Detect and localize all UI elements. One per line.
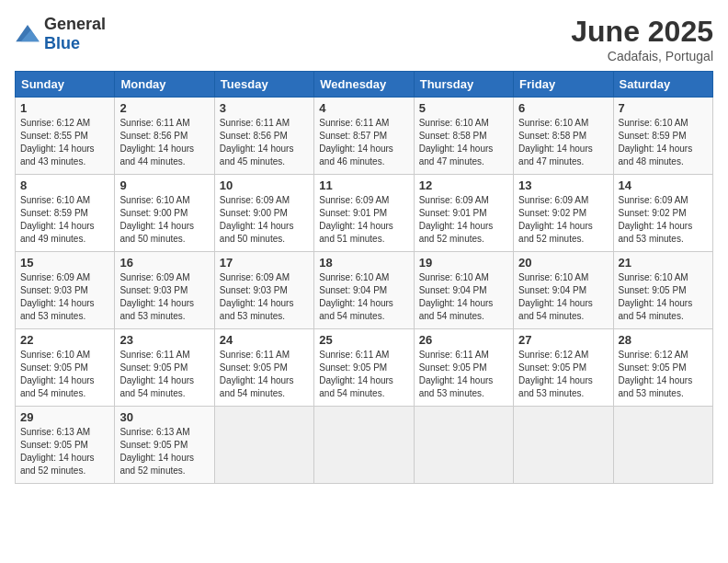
calendar-cell: 2 Sunrise: 6:11 AM Sunset: 8:56 PM Dayli… — [115, 98, 214, 175]
calendar-cell: 27 Sunrise: 6:12 AM Sunset: 9:05 PM Dayl… — [514, 329, 613, 407]
day-number: 18 — [319, 256, 408, 270]
day-info: Sunrise: 6:11 AM Sunset: 8:56 PM Dayligh… — [119, 117, 209, 168]
month-title: June 2025 — [571, 15, 713, 49]
page-header: General Blue June 2025 Cadafais, Portuga… — [15, 15, 713, 63]
day-info: Sunrise: 6:12 AM Sunset: 8:55 PM Dayligh… — [20, 117, 109, 168]
calendar-cell: 6 Sunrise: 6:10 AM Sunset: 8:58 PM Dayli… — [514, 98, 613, 175]
day-number: 22 — [20, 333, 109, 347]
calendar-cell: 30 Sunrise: 6:13 AM Sunset: 9:05 PM Dayl… — [115, 407, 214, 484]
day-number: 30 — [119, 410, 209, 424]
calendar-cell: 8 Sunrise: 6:10 AM Sunset: 8:59 PM Dayli… — [16, 175, 115, 252]
day-number: 11 — [319, 178, 408, 192]
day-info: Sunrise: 6:13 AM Sunset: 9:05 PM Dayligh… — [20, 426, 109, 477]
calendar-cell: 26 Sunrise: 6:11 AM Sunset: 9:05 PM Dayl… — [414, 329, 513, 407]
calendar-cell: 14 Sunrise: 6:09 AM Sunset: 9:02 PM Dayl… — [613, 175, 712, 252]
calendar-cell: 1 Sunrise: 6:12 AM Sunset: 8:55 PM Dayli… — [16, 98, 115, 175]
calendar-cell: 29 Sunrise: 6:13 AM Sunset: 9:05 PM Dayl… — [16, 407, 115, 484]
day-number: 28 — [619, 333, 708, 347]
calendar-week-row: 22 Sunrise: 6:10 AM Sunset: 9:05 PM Dayl… — [16, 329, 713, 407]
day-info: Sunrise: 6:10 AM Sunset: 8:59 PM Dayligh… — [20, 194, 109, 246]
calendar-cell: 3 Sunrise: 6:11 AM Sunset: 8:56 PM Dayli… — [214, 98, 313, 175]
day-number: 13 — [518, 178, 608, 192]
day-number: 16 — [119, 256, 209, 270]
weekday-header-thursday: Thursday — [414, 72, 513, 98]
calendar-cell: 10 Sunrise: 6:09 AM Sunset: 9:00 PM Dayl… — [214, 175, 313, 252]
day-info: Sunrise: 6:10 AM Sunset: 9:04 PM Dayligh… — [319, 271, 408, 323]
day-info: Sunrise: 6:09 AM Sunset: 9:03 PM Dayligh… — [20, 271, 109, 323]
title-area: June 2025 Cadafais, Portugal — [571, 15, 713, 63]
day-number: 24 — [220, 333, 309, 347]
calendar-cell: 5 Sunrise: 6:10 AM Sunset: 8:58 PM Dayli… — [414, 98, 513, 175]
day-info: Sunrise: 6:10 AM Sunset: 9:05 PM Dayligh… — [619, 271, 708, 323]
calendar-cell: 4 Sunrise: 6:11 AM Sunset: 8:57 PM Dayli… — [314, 98, 414, 175]
day-info: Sunrise: 6:11 AM Sunset: 9:05 PM Dayligh… — [220, 349, 309, 400]
day-info: Sunrise: 6:09 AM Sunset: 9:01 PM Dayligh… — [419, 194, 508, 246]
day-info: Sunrise: 6:10 AM Sunset: 9:05 PM Dayligh… — [20, 349, 109, 400]
day-info: Sunrise: 6:10 AM Sunset: 9:04 PM Dayligh… — [419, 271, 508, 323]
calendar-week-row: 1 Sunrise: 6:12 AM Sunset: 8:55 PM Dayli… — [16, 98, 713, 175]
weekday-header-wednesday: Wednesday — [314, 72, 414, 98]
calendar-table: SundayMondayTuesdayWednesdayThursdayFrid… — [15, 71, 713, 484]
calendar-cell: 24 Sunrise: 6:11 AM Sunset: 9:05 PM Dayl… — [214, 329, 313, 407]
day-info: Sunrise: 6:09 AM Sunset: 9:01 PM Dayligh… — [319, 194, 408, 246]
day-info: Sunrise: 6:11 AM Sunset: 8:57 PM Dayligh… — [319, 117, 408, 168]
day-number: 7 — [619, 101, 708, 115]
day-info: Sunrise: 6:12 AM Sunset: 9:05 PM Dayligh… — [518, 349, 608, 400]
calendar-cell: 19 Sunrise: 6:10 AM Sunset: 9:04 PM Dayl… — [414, 252, 513, 329]
calendar-cell: 16 Sunrise: 6:09 AM Sunset: 9:03 PM Dayl… — [115, 252, 214, 329]
day-number: 9 — [119, 178, 209, 192]
calendar-cell — [214, 407, 313, 484]
calendar-cell: 25 Sunrise: 6:11 AM Sunset: 9:05 PM Dayl… — [314, 329, 414, 407]
day-info: Sunrise: 6:12 AM Sunset: 9:05 PM Dayligh… — [619, 349, 708, 400]
logo-blue: Blue — [44, 34, 80, 52]
logo-general: General — [44, 15, 106, 33]
weekday-header-row: SundayMondayTuesdayWednesdayThursdayFrid… — [16, 72, 713, 98]
calendar-cell: 9 Sunrise: 6:10 AM Sunset: 9:00 PM Dayli… — [115, 175, 214, 252]
day-info: Sunrise: 6:09 AM Sunset: 9:02 PM Dayligh… — [619, 194, 708, 246]
day-number: 29 — [20, 410, 109, 424]
calendar-cell: 18 Sunrise: 6:10 AM Sunset: 9:04 PM Dayl… — [314, 252, 414, 329]
calendar-week-row: 8 Sunrise: 6:10 AM Sunset: 8:59 PM Dayli… — [16, 175, 713, 252]
day-info: Sunrise: 6:10 AM Sunset: 8:58 PM Dayligh… — [419, 117, 508, 168]
day-info: Sunrise: 6:09 AM Sunset: 9:02 PM Dayligh… — [518, 194, 608, 246]
day-info: Sunrise: 6:11 AM Sunset: 9:05 PM Dayligh… — [419, 349, 508, 400]
weekday-header-sunday: Sunday — [16, 72, 115, 98]
logo-icon — [15, 25, 40, 43]
day-number: 5 — [419, 101, 508, 115]
day-info: Sunrise: 6:10 AM Sunset: 8:59 PM Dayligh… — [619, 117, 708, 168]
calendar-week-row: 29 Sunrise: 6:13 AM Sunset: 9:05 PM Dayl… — [16, 407, 713, 484]
calendar-cell: 23 Sunrise: 6:11 AM Sunset: 9:05 PM Dayl… — [115, 329, 214, 407]
weekday-header-friday: Friday — [514, 72, 613, 98]
calendar-cell: 13 Sunrise: 6:09 AM Sunset: 9:02 PM Dayl… — [514, 175, 613, 252]
weekday-header-saturday: Saturday — [613, 72, 712, 98]
day-number: 17 — [220, 256, 309, 270]
day-info: Sunrise: 6:09 AM Sunset: 9:00 PM Dayligh… — [220, 194, 309, 246]
day-info: Sunrise: 6:10 AM Sunset: 9:04 PM Dayligh… — [518, 271, 608, 323]
day-number: 14 — [619, 178, 708, 192]
calendar-cell — [514, 407, 613, 484]
calendar-cell: 22 Sunrise: 6:10 AM Sunset: 9:05 PM Dayl… — [16, 329, 115, 407]
day-number: 3 — [220, 101, 309, 115]
calendar-cell — [314, 407, 414, 484]
calendar-cell: 7 Sunrise: 6:10 AM Sunset: 8:59 PM Dayli… — [613, 98, 712, 175]
day-info: Sunrise: 6:09 AM Sunset: 9:03 PM Dayligh… — [119, 271, 209, 323]
day-number: 1 — [20, 101, 109, 115]
calendar-cell — [414, 407, 513, 484]
calendar-week-row: 15 Sunrise: 6:09 AM Sunset: 9:03 PM Dayl… — [16, 252, 713, 329]
day-number: 10 — [220, 178, 309, 192]
location-title: Cadafais, Portugal — [571, 49, 713, 63]
day-info: Sunrise: 6:11 AM Sunset: 8:56 PM Dayligh… — [220, 117, 309, 168]
day-number: 27 — [518, 333, 608, 347]
calendar-cell: 21 Sunrise: 6:10 AM Sunset: 9:05 PM Dayl… — [613, 252, 712, 329]
day-number: 6 — [518, 101, 608, 115]
weekday-header-monday: Monday — [115, 72, 214, 98]
day-info: Sunrise: 6:09 AM Sunset: 9:03 PM Dayligh… — [220, 271, 309, 323]
day-info: Sunrise: 6:13 AM Sunset: 9:05 PM Dayligh… — [119, 426, 209, 477]
logo: General Blue — [15, 15, 106, 53]
day-number: 26 — [419, 333, 508, 347]
day-number: 15 — [20, 256, 109, 270]
day-number: 8 — [20, 178, 109, 192]
day-number: 23 — [119, 333, 209, 347]
calendar-cell: 17 Sunrise: 6:09 AM Sunset: 9:03 PM Dayl… — [214, 252, 313, 329]
weekday-header-tuesday: Tuesday — [214, 72, 313, 98]
